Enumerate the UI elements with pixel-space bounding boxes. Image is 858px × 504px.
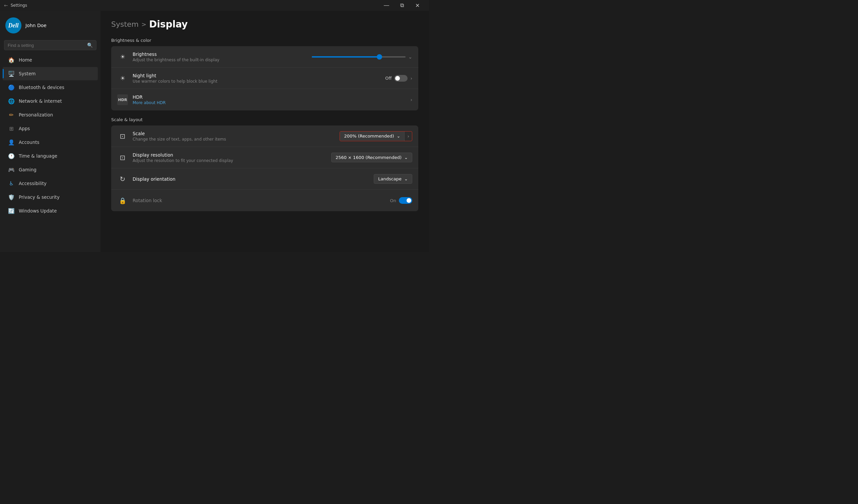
sidebar: Dell John Doe 🔍 🏠 Home 🖥️ System (0, 11, 100, 252)
scale-layout-section: Scale & layout ⊡ Scale Change the size o… (111, 117, 418, 211)
sidebar-item-label: Privacy & security (19, 194, 60, 200)
orientation-value: Landscape (378, 176, 401, 181)
scale-layout-title: Scale & layout (111, 117, 418, 122)
hdr-chevron[interactable]: › (410, 97, 412, 102)
sidebar-item-label: Apps (19, 126, 30, 131)
sidebar-item-label: Accounts (19, 140, 39, 145)
brightness-row[interactable]: ☀️ Brightness Adjust the brightness of t… (111, 46, 418, 68)
breadcrumb-current: Display (149, 19, 188, 30)
sidebar-item-network[interactable]: 🌐 Network & internet (3, 94, 98, 108)
back-icon[interactable]: ← (4, 3, 8, 8)
search-icon: 🔍 (87, 43, 93, 48)
resolution-title: Display resolution (133, 152, 331, 158)
brightness-subtitle: Adjust the brightness of the built-in di… (133, 58, 312, 62)
resolution-value: 2560 × 1600 (Recommended) (336, 155, 401, 160)
hdr-text: HDR More about HDR (133, 94, 410, 105)
hdr-subtitle[interactable]: More about HDR (133, 100, 410, 105)
user-profile: Dell John Doe (0, 11, 100, 39)
scale-subtitle: Change the size of text, apps, and other… (133, 137, 339, 142)
scale-icon: ⊡ (117, 131, 128, 142)
toggle-thumb (395, 76, 400, 81)
scale-control: 200% (Recommended) ⌄ › (339, 131, 412, 141)
slider-fill (312, 56, 379, 58)
night-light-toggle-label: Off (385, 76, 392, 81)
resolution-control: 2560 × 1600 (Recommended) ⌄ (331, 152, 412, 162)
sidebar-item-label: Time & language (19, 153, 57, 159)
content-area: Dell John Doe 🔍 🏠 Home 🖥️ System (0, 11, 429, 252)
sidebar-item-update[interactable]: 🔄 Windows Update (3, 204, 98, 217)
sidebar-item-privacy[interactable]: 🛡️ Privacy & security (3, 191, 98, 204)
minimize-button[interactable]: — (379, 0, 394, 11)
sidebar-item-label: Home (19, 57, 32, 63)
update-icon: 🔄 (8, 208, 15, 214)
night-light-toggle[interactable] (394, 75, 408, 82)
night-light-subtitle: Use warmer colors to help block blue lig… (133, 79, 385, 84)
resolution-text: Display resolution Adjust the resolution… (133, 152, 331, 163)
maximize-button[interactable]: ⧉ (394, 0, 410, 11)
rotation-lock-toggle[interactable] (399, 197, 412, 204)
orientation-dropdown[interactable]: Landscape ⌄ (374, 174, 412, 184)
search-box[interactable]: 🔍 (4, 40, 96, 50)
rotation-lock-icon: 🔒 (117, 195, 128, 206)
orientation-row[interactable]: ↻ Display orientation Landscape ⌄ (111, 168, 418, 190)
network-icon: 🌐 (8, 98, 15, 104)
resolution-dropdown-arrow: ⌄ (404, 155, 408, 160)
night-light-title: Night light (133, 73, 385, 78)
sidebar-item-home[interactable]: 🏠 Home (3, 53, 98, 67)
personalization-icon: ✏️ (8, 111, 15, 118)
rotation-lock-toggle-thumb (407, 198, 411, 203)
sidebar-nav: 🏠 Home 🖥️ System 🔵 Bluetooth & devices 🌐… (0, 53, 100, 218)
title-bar-controls: — ⧉ ✕ (379, 0, 425, 11)
scale-dropdown[interactable]: 200% (Recommended) ⌄ (340, 131, 404, 141)
brightness-slider[interactable] (312, 56, 406, 58)
sidebar-item-label: Windows Update (19, 208, 57, 213)
orientation-icon: ↻ (117, 174, 128, 184)
rotation-lock-title: Rotation lock (133, 198, 390, 203)
settings-window: ← Settings — ⧉ ✕ Dell John Doe 🔍 (0, 0, 429, 252)
sidebar-item-accounts[interactable]: 👤 Accounts (3, 135, 98, 149)
scale-nav-chevron[interactable]: › (404, 131, 412, 141)
scale-title: Scale (133, 131, 339, 136)
resolution-dropdown[interactable]: 2560 × 1600 (Recommended) ⌄ (331, 152, 412, 162)
sidebar-item-label: Personalization (19, 112, 53, 117)
sidebar-item-apps[interactable]: ⊞ Apps (3, 122, 98, 135)
time-icon: 🕐 (8, 152, 15, 159)
apps-icon: ⊞ (8, 125, 15, 132)
breadcrumb-parent[interactable]: System (111, 20, 139, 29)
sidebar-item-bluetooth[interactable]: 🔵 Bluetooth & devices (3, 81, 98, 94)
scale-value: 200% (Recommended) (344, 133, 394, 139)
night-light-chevron[interactable]: › (410, 76, 412, 81)
sidebar-item-personalization[interactable]: ✏️ Personalization (3, 108, 98, 121)
night-light-row[interactable]: ☀️ Night light Use warmer colors to help… (111, 68, 418, 89)
brightness-chevron[interactable]: ⌄ (408, 54, 412, 60)
brightness-icon: ☀️ (117, 51, 128, 62)
sidebar-item-label: Network & internet (19, 98, 62, 104)
resolution-icon: ⊡ (117, 152, 128, 163)
sidebar-item-accessibility[interactable]: ♿ Accessibility (3, 177, 98, 190)
avatar: Dell (5, 17, 21, 33)
sidebar-item-gaming[interactable]: 🎮 Gaming (3, 163, 98, 176)
accessibility-icon: ♿ (8, 180, 15, 187)
sidebar-item-label: Accessibility (19, 181, 47, 186)
scale-row-control: 200% (Recommended) ⌄ › (339, 131, 412, 141)
close-button[interactable]: ✕ (410, 0, 425, 11)
slider-thumb[interactable] (377, 54, 382, 60)
scale-row[interactable]: ⊡ Scale Change the size of text, apps, a… (111, 126, 418, 147)
hdr-title: HDR (133, 94, 410, 100)
rotation-lock-text: Rotation lock (133, 198, 390, 203)
search-input[interactable] (8, 43, 84, 48)
resolution-row[interactable]: ⊡ Display resolution Adjust the resoluti… (111, 147, 418, 168)
rotation-lock-control: On (390, 197, 412, 204)
sidebar-item-label: Bluetooth & devices (19, 85, 64, 90)
title-bar-title: Settings (11, 3, 27, 8)
sidebar-item-system[interactable]: 🖥️ System (3, 67, 98, 80)
scale-dropdown-arrow: ⌄ (397, 133, 400, 139)
rotation-lock-toggle-label: On (390, 198, 396, 203)
brightness-color-card: ☀️ Brightness Adjust the brightness of t… (111, 46, 418, 111)
scale-text: Scale Change the size of text, apps, and… (133, 131, 339, 142)
sidebar-item-time[interactable]: 🕐 Time & language (3, 149, 98, 163)
system-icon: 🖥️ (8, 70, 15, 77)
hdr-row[interactable]: HDR HDR More about HDR › (111, 89, 418, 111)
rotation-lock-row: 🔒 Rotation lock On (111, 190, 418, 211)
privacy-icon: 🛡️ (8, 194, 15, 200)
